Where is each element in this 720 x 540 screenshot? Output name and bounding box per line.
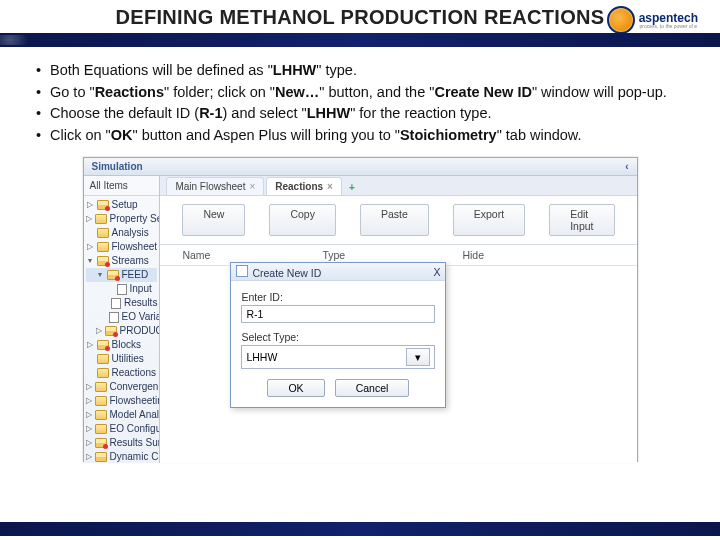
tree-feed[interactable]: ▾FEED — [86, 268, 158, 282]
main-panel: Main Flowsheet× Reactions× + New Copy Pa… — [160, 176, 636, 463]
tree-flowsheet[interactable]: ▷Flowsheet — [86, 240, 158, 254]
collapse-icon[interactable]: ‹ — [625, 161, 628, 172]
tree-results-summary[interactable]: ▷Results Summary — [86, 436, 158, 450]
edit-input-button[interactable]: Edit Input — [549, 204, 614, 236]
tree-model-analysis[interactable]: ▷Model Analysis Tools — [86, 408, 158, 422]
slide-footer — [0, 518, 720, 540]
tree-utilities[interactable]: Utilities — [86, 352, 158, 366]
logo-icon — [607, 6, 635, 34]
dialog-titlebar: Create New ID X — [231, 263, 445, 281]
nav-tree-panel: All Items ▷Setup ▷Property Sets Analysis… — [84, 176, 161, 463]
copy-button[interactable]: Copy — [269, 204, 336, 236]
bullet-ul: Both Equations will be defined as "LHHW"… — [36, 61, 696, 145]
slide-header: DEFINING METHANOL PRODUCTION REACTIONS a… — [0, 0, 720, 29]
dialog-icon — [236, 265, 248, 277]
col-type: Type — [322, 249, 462, 261]
nav-pane-title: Simulation — [92, 161, 143, 172]
logo-brand: aspentech — [639, 12, 698, 24]
type-value: LHHW — [246, 351, 277, 363]
toolbar: New Copy Paste Export Edit Input — [160, 196, 636, 245]
tree-results[interactable]: Results — [86, 296, 158, 310]
ok-button[interactable]: OK — [267, 379, 324, 397]
tree-streams[interactable]: ▾Streams — [86, 254, 158, 268]
tree-eo-configuration[interactable]: ▷EO Configuration — [86, 422, 158, 436]
type-select[interactable]: LHHW ▾ — [241, 345, 435, 369]
dialog-close-button[interactable]: X — [433, 266, 440, 278]
create-new-id-dialog: Create New ID X Enter ID: R-1 Select Typ… — [230, 262, 446, 408]
tree-input[interactable]: Input — [86, 282, 158, 296]
col-name: Name — [182, 249, 322, 261]
tree-setup[interactable]: ▷Setup — [86, 198, 158, 212]
logo-tagline: process, to the power of e — [639, 24, 698, 29]
id-input[interactable]: R-1 — [241, 305, 435, 323]
label-select-type: Select Type: — [241, 331, 435, 343]
dialog-body: Enter ID: R-1 Select Type: LHHW ▾ OK Can… — [231, 281, 445, 407]
chevron-down-icon[interactable]: ▾ — [406, 348, 430, 366]
col-hide: Hide — [462, 249, 484, 261]
tree-flowsheeting-options[interactable]: ▷Flowsheeting Options — [86, 394, 158, 408]
tree-reactions[interactable]: Reactions — [86, 366, 158, 380]
tree-property-sets[interactable]: ▷Property Sets — [86, 212, 158, 226]
dialog-title: Create New ID — [252, 267, 321, 279]
aspentech-logo: aspentech process, to the power of e — [607, 6, 698, 34]
label-enter-id: Enter ID: — [241, 291, 435, 303]
tab-bar: Main Flowsheet× Reactions× + — [160, 176, 636, 196]
tab-reactions[interactable]: Reactions× — [266, 177, 342, 195]
close-icon[interactable]: × — [327, 181, 333, 192]
close-icon[interactable]: × — [249, 181, 255, 192]
bullet-item: Go to "Reactions" folder; click on "New…… — [36, 83, 696, 103]
new-button[interactable]: New — [182, 204, 245, 236]
nav-tree: ▷Setup ▷Property Sets Analysis ▷Flowshee… — [84, 196, 160, 463]
tab-main-flowsheet[interactable]: Main Flowsheet× — [166, 177, 264, 195]
decorative-ribbon-top — [0, 33, 720, 47]
bullet-item: Both Equations will be defined as "LHHW"… — [36, 61, 696, 81]
tree-eo-variables[interactable]: EO Variables — [86, 310, 158, 324]
bullet-item: Click on "OK" button and Aspen Plus will… — [36, 126, 696, 146]
decorative-ribbon-bottom — [0, 522, 720, 536]
tree-dynamic-configuration[interactable]: ▷Dynamic Configuration — [86, 450, 158, 463]
tree-convergence[interactable]: ▷Convergence — [86, 380, 158, 394]
bullet-item: Choose the default ID (R-1) and select "… — [36, 104, 696, 124]
nav-all-items: All Items — [84, 178, 160, 196]
app-screenshot: Simulation ‹ All Items ▷Setup ▷Property … — [83, 157, 638, 462]
tree-product[interactable]: ▷PRODUCT — [86, 324, 158, 338]
export-button[interactable]: Export — [453, 204, 525, 236]
tree-analysis[interactable]: Analysis — [86, 226, 158, 240]
cancel-button[interactable]: Cancel — [335, 379, 410, 397]
logo-text: aspentech process, to the power of e — [639, 12, 698, 29]
add-tab-icon[interactable]: + — [344, 180, 360, 195]
bullet-list: Both Equations will be defined as "LHHW"… — [0, 47, 720, 153]
tree-blocks[interactable]: ▷Blocks — [86, 338, 158, 352]
paste-button[interactable]: Paste — [360, 204, 429, 236]
nav-pane-header: Simulation ‹ — [84, 158, 637, 176]
